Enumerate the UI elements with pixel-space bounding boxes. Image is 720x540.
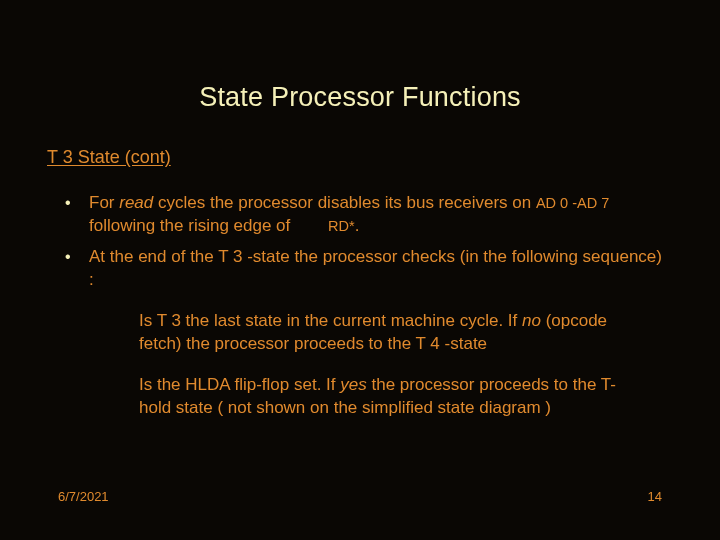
bullet-text: cycles the processor disables its bus re… — [153, 193, 536, 212]
bullet-gap — [295, 216, 328, 235]
slide: State Processor Functions T 3 State (con… — [0, 0, 720, 540]
bullet-text: . — [355, 216, 360, 235]
sub-paragraph: Is T 3 the last state in the current mac… — [139, 310, 645, 356]
footer-page-number: 14 — [648, 489, 662, 504]
sub-text: Is T 3 the last state in the current mac… — [139, 311, 522, 330]
slide-subtitle: T 3 State (cont) — [47, 147, 665, 168]
bullet-text-emph: read — [119, 193, 153, 212]
bullet-text: following the rising edge of — [89, 216, 295, 235]
footer: 6/7/2021 14 — [0, 489, 720, 504]
bullet-text-signal: RD* — [328, 218, 355, 234]
sub-text: Is the HLDA flip-flop set. If — [139, 375, 340, 394]
bullet-text-signal: AD 0 -AD 7 — [536, 195, 609, 211]
sub-paragraph: Is the HLDA flip-flop set. If yes the pr… — [139, 374, 645, 420]
bullet-item: For read cycles the processor disables i… — [55, 192, 665, 238]
sub-text-emph: yes — [340, 375, 366, 394]
sub-text-emph: no — [522, 311, 541, 330]
bullet-item: At the end of the T 3 -state the process… — [55, 246, 665, 292]
footer-date: 6/7/2021 — [58, 489, 109, 504]
bullet-text: At the end of the T 3 -state the process… — [89, 247, 662, 289]
slide-title: State Processor Functions — [55, 0, 665, 147]
bullet-text: For — [89, 193, 119, 212]
bullet-list: For read cycles the processor disables i… — [55, 192, 665, 292]
